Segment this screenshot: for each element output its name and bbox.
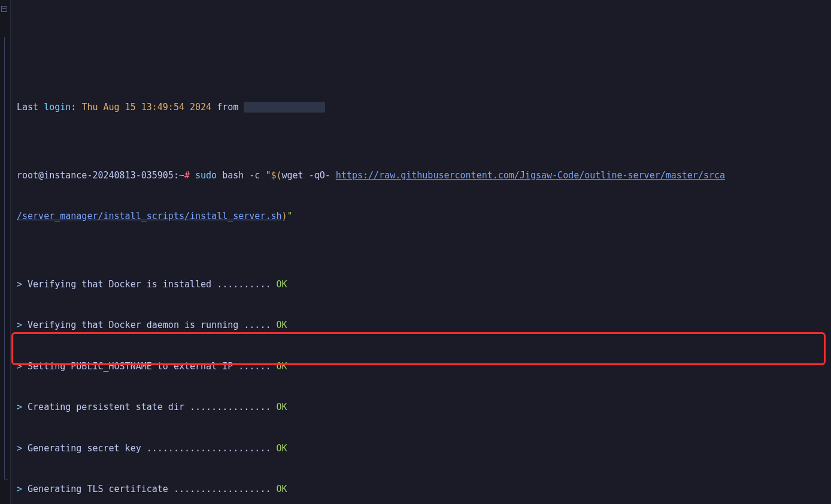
status-ok: OK bbox=[276, 279, 287, 290]
fold-minus-icon bbox=[2, 8, 6, 9]
fold-guide-line bbox=[4, 37, 5, 479]
prompt-line-2: /server_manager/install_scripts/install_… bbox=[17, 210, 831, 223]
step-line: > Creating persistent state dir ........… bbox=[17, 400, 831, 414]
prompt-user-host: root@instance-20240813-035905 bbox=[17, 170, 174, 181]
step-line: > Generating secret key ................… bbox=[17, 442, 831, 456]
step-line: > Generating TLS certificate ...........… bbox=[17, 482, 831, 496]
terminal-content: Last login: Thu Aug 15 13:49:54 2024 fro… bbox=[17, 59, 831, 504]
prompt-hash: # bbox=[184, 170, 190, 181]
editor-gutter bbox=[0, 0, 11, 504]
text: : bbox=[71, 102, 81, 113]
status-ok: OK bbox=[276, 443, 287, 454]
status-ok: OK bbox=[276, 361, 287, 372]
text: Last bbox=[17, 102, 44, 113]
cmd-bash: bash -c bbox=[217, 170, 265, 181]
text: : bbox=[174, 170, 179, 181]
login-date: Thu Aug 15 13:49:54 2024 bbox=[81, 102, 211, 113]
install-url-2: /server_manager/install_scripts/install_… bbox=[17, 211, 282, 221]
cmd-sudo: sudo bbox=[190, 170, 217, 181]
step-line: > Verifying that Docker is installed ...… bbox=[17, 278, 831, 292]
cmd-wget: wget -qO- bbox=[282, 170, 336, 181]
status-ok: OK bbox=[276, 402, 287, 412]
status-ok: OK bbox=[276, 484, 287, 494]
redacted-ip: xxxxxxxxxxxxxxx bbox=[244, 102, 324, 113]
text: from bbox=[211, 102, 244, 113]
status-ok: OK bbox=[276, 320, 287, 330]
text: ~ bbox=[179, 170, 184, 181]
login-word: login bbox=[44, 102, 71, 113]
fold-end-icon bbox=[4, 479, 8, 479]
subshell-open: $( bbox=[271, 170, 281, 181]
fold-marker-icon[interactable] bbox=[1, 6, 7, 12]
step-line: > Setting PUBLIC_HOSTNAME to external IP… bbox=[17, 360, 831, 374]
prompt-line-1: root@instance-20240813-035905:~# sudo ba… bbox=[17, 169, 831, 183]
install-url-1: https://raw.githubusercontent.com/Jigsaw… bbox=[336, 170, 725, 181]
subshell-close: ) bbox=[282, 211, 287, 221]
terminal[interactable]: Last login: Thu Aug 15 13:49:54 2024 fro… bbox=[0, 0, 831, 504]
last-login-line: Last login: Thu Aug 15 13:49:54 2024 fro… bbox=[17, 101, 831, 114]
step-line: > Verifying that Docker daemon is runnin… bbox=[17, 318, 831, 332]
quote: " bbox=[287, 211, 293, 221]
